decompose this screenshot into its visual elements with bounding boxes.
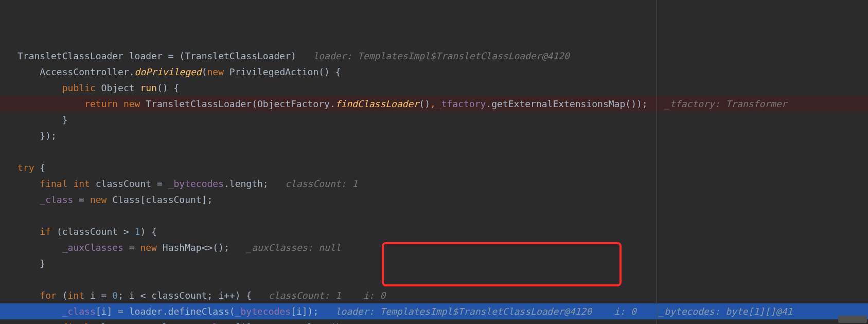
code-token: try (17, 162, 40, 173)
code-token: if (40, 226, 57, 237)
code-token: TransletClassLoader loader (17, 50, 168, 61)
code-line[interactable]: } (0, 255, 868, 271)
code-line[interactable]: final int classCount = _bytecodes.length… (0, 176, 868, 192)
code-editor[interactable]: TransletClassLoader loader = (TransletCl… (0, 0, 868, 324)
right-margin-guide (657, 0, 657, 324)
code-line[interactable]: for (int i = 0; i < classCount; i++) { c… (0, 287, 868, 303)
code-line[interactable]: public Object run() { (0, 80, 868, 96)
code-token: _class (40, 194, 73, 205)
code-token: Class superClass = (96, 322, 202, 324)
code-token: classCount = (96, 178, 168, 189)
code-token: } (40, 258, 45, 269)
code-token: int (68, 290, 90, 301)
code-token: new (207, 66, 229, 77)
code-token: final (62, 322, 96, 324)
code-token: new (90, 194, 112, 205)
code-line-content: _class = new Class[classCount]; (17, 194, 212, 205)
code-token: new (140, 242, 162, 253)
code-line[interactable]: _class = new Class[classCount]; (0, 192, 868, 208)
code-line-content: public Object run() { (17, 82, 179, 93)
code-line[interactable] (0, 144, 868, 160)
code-line-content (17, 210, 23, 221)
code-token: 0 (112, 290, 118, 301)
code-line[interactable]: if (classCount > 1) { (0, 224, 868, 240)
code-token: () (419, 98, 430, 109)
code-line[interactable]: TransletClassLoader loader = (TransletCl… (0, 48, 868, 64)
code-token (296, 50, 313, 61)
code-line-content: for (int i = 0; i < classCount; i++) { c… (17, 290, 385, 301)
code-line-content: final int classCount = _bytecodes.length… (17, 178, 358, 189)
code-line-content: _class[i] = loader.defineClass(_bytecode… (17, 306, 792, 317)
code-token: [i].getSuperclass(); (235, 322, 347, 324)
code-line-content (17, 146, 23, 157)
code-line[interactable] (0, 271, 868, 287)
code-token: (classCount > (57, 226, 135, 237)
code-token: _bytecodes (168, 178, 224, 189)
code-token: = (168, 50, 180, 61)
code-token: }); (40, 130, 57, 141)
code-line[interactable]: final Class superClass = _class[i].getSu… (0, 319, 868, 324)
code-token: 1 (135, 226, 140, 237)
code-line-content: if (classCount > 1) { (17, 226, 157, 237)
code-token: .getExternalExtensionsMap()); (486, 98, 647, 109)
code-line[interactable]: AccessController.doPrivileged(new Privil… (0, 64, 868, 80)
code-line-content: TransletClassLoader loader = (TransletCl… (17, 50, 570, 61)
code-token: (TransletClassLoader) (179, 50, 296, 61)
code-token: ) { (140, 226, 157, 237)
code-line-content: } (17, 258, 45, 269)
code-line[interactable]: _auxClasses = new HashMap<>(); _auxClass… (0, 240, 868, 255)
code-token: return new (84, 98, 146, 109)
code-line-content: AccessController.doPrivileged(new Privil… (17, 66, 341, 77)
code-token: [i]); (291, 306, 318, 317)
inline-debug-hint: loader: TemplatesImpl$TransletClassLoade… (335, 306, 793, 317)
inline-debug-hint: _auxClasses: null (246, 242, 341, 253)
code-token: doPrivileged (135, 66, 202, 77)
code-line-content: } (17, 114, 68, 125)
code-token: _tfactory (436, 98, 486, 109)
code-token: = (73, 194, 90, 205)
code-token: _bytecodes (235, 306, 291, 317)
code-token: Object (101, 82, 140, 93)
inline-debug-hint: loader: TemplatesImpl$TransletClassLoade… (313, 50, 570, 61)
code-token (252, 290, 269, 301)
code-line-content: }); (17, 130, 57, 141)
code-line-content: _auxClasses = new HashMap<>(); _auxClass… (17, 242, 341, 253)
code-token: = (123, 242, 140, 253)
code-line-content: try { (17, 162, 45, 173)
code-token: public (62, 82, 101, 93)
code-token: } (62, 114, 68, 125)
code-token: TransletClassLoader(ObjectFactory. (146, 98, 335, 109)
code-token (269, 178, 286, 189)
code-line[interactable]: }); (0, 128, 868, 144)
code-token: ; i < classCount; i++) { (118, 290, 252, 301)
code-token: PrivilegedAction (229, 66, 318, 77)
inline-debug-hint: classCount: 1 (285, 178, 358, 189)
code-line[interactable]: try { (0, 160, 868, 176)
code-token (318, 306, 335, 317)
code-token: ( (62, 290, 68, 301)
code-token: , (430, 98, 436, 109)
code-token (229, 242, 246, 253)
code-token: i = (90, 290, 112, 301)
code-line-content: return new TransletClassLoader(ObjectFac… (17, 98, 787, 109)
code-token: { (40, 162, 45, 173)
code-line[interactable] (0, 208, 868, 224)
code-token: .length; (224, 178, 269, 189)
code-line[interactable]: _class[i] = loader.defineClass(_bytecode… (0, 303, 868, 319)
code-line[interactable]: return new TransletClassLoader(ObjectFac… (0, 96, 868, 112)
horizontal-scrollbar-thumb[interactable] (838, 316, 867, 323)
code-token: ( (202, 66, 207, 77)
code-token: for (40, 290, 62, 301)
code-token: final int (40, 178, 95, 189)
code-token: _class (62, 306, 96, 317)
code-line[interactable]: } (0, 112, 868, 128)
code-token: run (140, 82, 157, 93)
inline-debug-hint: classCount: 1 i: 0 (269, 290, 386, 301)
code-token: findClassLoader (335, 98, 419, 109)
code-token: () { (318, 66, 341, 77)
code-token: Class[classCount]; (112, 194, 212, 205)
code-token: _class (202, 322, 235, 324)
code-token: [i] = loader.defineClass( (96, 306, 235, 317)
code-token: AccessController. (40, 66, 134, 77)
code-line-content: final Class superClass = _class[i].getSu… (17, 322, 346, 324)
